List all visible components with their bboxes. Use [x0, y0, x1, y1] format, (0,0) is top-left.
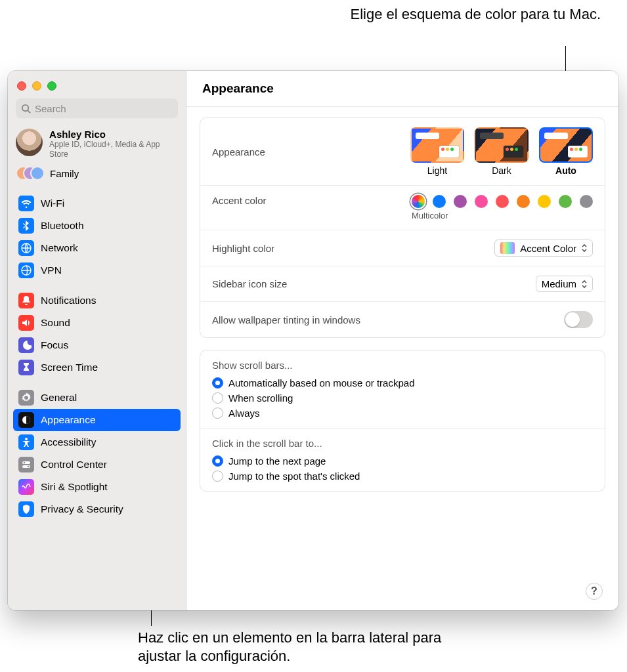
svg-point-5 [25, 438, 28, 440]
sidebar-item-wi-fi[interactable]: Wi-Fi [13, 192, 181, 215]
scrollbars-label: Show scroll bars... [212, 360, 293, 371]
sidebar-size-popup[interactable]: Medium [536, 276, 593, 292]
accent-color-dot[interactable] [475, 195, 488, 208]
radio-label: When scrolling [228, 392, 293, 404]
appearance-option-label: Light [410, 165, 464, 176]
sidebar-item-network[interactable]: Network [13, 237, 181, 259]
sidebar-item-accessibility[interactable]: Accessibility [13, 431, 181, 453]
appearance-option-light[interactable]: Light [410, 127, 464, 176]
accent-color-dot[interactable] [454, 195, 467, 208]
close-button[interactable] [17, 81, 26, 91]
sidebar-item-label: Bluetooth [41, 220, 84, 232]
zoom-button[interactable] [47, 81, 56, 91]
search-icon [21, 104, 31, 114]
accent-color-dot[interactable] [538, 195, 551, 208]
sidebar-item-label: General [41, 392, 77, 404]
account-subtitle: Apple ID, iCloud+, Media & App Store [49, 140, 178, 159]
sidebar-item-label: Network [41, 242, 78, 254]
sidebar-item-label: Siri & Spotlight [41, 481, 108, 493]
account-name: Ashley Rico [49, 129, 178, 140]
search-input[interactable]: Search [16, 98, 178, 118]
sidebar-item-notifications[interactable]: Notifications [13, 289, 181, 312]
appearance-option-label: Auto [539, 165, 593, 176]
sidebar: Search Ashley Rico Apple ID, iCloud+, Me… [8, 71, 186, 610]
sidebar-item-control-center[interactable]: Control Center [13, 453, 181, 476]
search-placeholder: Search [35, 103, 66, 114]
radio-option[interactable]: Jump to the spot that's clicked [212, 471, 360, 482]
appearance-row: Appearance LightDarkAuto [200, 118, 605, 186]
sidebar-item-label: Sound [41, 317, 70, 329]
accent-color-dot[interactable] [559, 195, 572, 208]
radio-option[interactable]: Always [212, 408, 414, 419]
siri-icon [18, 479, 34, 495]
radio-label: Always [228, 408, 260, 419]
sidebar-item-label: Appearance [41, 414, 96, 426]
accent-color-dot[interactable] [496, 195, 509, 208]
minimize-button[interactable] [32, 81, 41, 91]
scrollclick-label: Click in the scroll bar to... [212, 438, 322, 449]
sidebar-nav: Wi-FiBluetoothNetworkVPNNotificationsSou… [8, 190, 186, 610]
appearance-panel: Appearance LightDarkAuto Accent color Mu… [200, 117, 605, 338]
callout-top: Elige el esquema de color para tu Mac. [338, 5, 601, 24]
bell-icon [18, 293, 34, 308]
sidebar-item-bluetooth[interactable]: Bluetooth [13, 215, 181, 237]
appearance-option-dark[interactable]: Dark [475, 127, 529, 176]
sidebar-size-row: Sidebar icon size Medium [200, 266, 605, 302]
radio-icon [212, 408, 223, 419]
sidebar-item-label: Control Center [41, 459, 107, 471]
moon-icon [18, 337, 34, 353]
sidebar-item-label: Privacy & Security [41, 503, 123, 515]
main-pane: Appearance Appearance LightDarkAuto Acce… [186, 71, 618, 610]
family-avatars [16, 166, 43, 180]
sidebar-item-appearance[interactable]: Appearance [13, 409, 181, 431]
family-row[interactable]: Family [8, 163, 186, 190]
sidebar-item-siri-spotlight[interactable]: Siri & Spotlight [13, 476, 181, 498]
radio-icon [212, 455, 223, 467]
sidebar-size-value: Medium [542, 278, 576, 289]
scrollbars-row: Show scroll bars... Automatically based … [200, 350, 605, 429]
svg-point-8 [24, 462, 26, 464]
window-controls [8, 76, 186, 97]
family-label: Family [50, 168, 79, 179]
svg-point-0 [22, 104, 28, 110]
accessibility-icon [18, 434, 34, 450]
sidebar-item-general[interactable]: General [13, 387, 181, 409]
sidebar-item-label: Focus [41, 339, 68, 351]
sidebar-item-vpn[interactable]: VPN [13, 259, 181, 282]
control-icon [18, 457, 34, 472]
callout-bottom: Haz clic en un elemento en la barra late… [138, 629, 466, 665]
accent-color-dot[interactable] [433, 195, 446, 208]
bluetooth-icon [18, 218, 34, 234]
highlight-popup[interactable]: Accent Color [494, 240, 593, 257]
help-button[interactable]: ? [586, 583, 603, 600]
sound-icon [18, 315, 34, 331]
sidebar-item-focus[interactable]: Focus [13, 334, 181, 356]
sidebar-item-label: Notifications [41, 295, 96, 306]
radio-option[interactable]: Automatically based on mouse or trackpad [212, 377, 414, 388]
sidebar-item-screen-time[interactable]: Screen Time [13, 356, 181, 379]
radio-option[interactable]: Jump to the next page [212, 455, 360, 467]
radio-icon [212, 392, 223, 404]
account-row[interactable]: Ashley Rico Apple ID, iCloud+, Media & A… [8, 125, 186, 163]
tinting-toggle[interactable] [564, 311, 593, 328]
chevron-updown-icon [580, 280, 588, 289]
appearance-option-auto[interactable]: Auto [539, 127, 593, 176]
accent-color-dot[interactable] [517, 195, 530, 208]
accent-label: Accent color [212, 195, 267, 206]
accent-color-dot[interactable] [412, 195, 425, 208]
sidebar-item-label: VPN [41, 264, 62, 276]
gear-icon [18, 390, 34, 406]
accent-caption: Multicolor [412, 211, 448, 220]
accent-color-dot[interactable] [580, 195, 593, 208]
avatar [16, 129, 43, 156]
sidebar-item-privacy-security[interactable]: Privacy & Security [13, 498, 181, 520]
sidebar-item-sound[interactable]: Sound [13, 312, 181, 334]
tinting-label: Allow wallpaper tinting in windows [212, 314, 360, 326]
sidebar-item-label: Wi-Fi [41, 198, 64, 209]
svg-line-1 [28, 110, 30, 113]
sidebar-item-label: Accessibility [41, 436, 96, 448]
hand-icon [18, 501, 34, 517]
radio-label: Jump to the spot that's clicked [228, 471, 360, 482]
radio-option[interactable]: When scrolling [212, 392, 414, 404]
radio-label: Automatically based on mouse or trackpad [228, 377, 414, 388]
